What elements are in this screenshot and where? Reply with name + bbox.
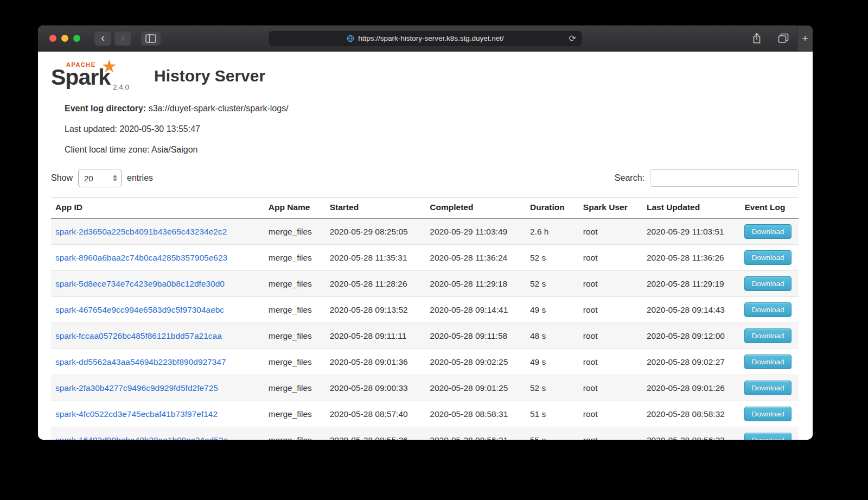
- started-cell: 2020-05-28 09:13:52: [326, 297, 426, 323]
- app-name-cell: merge_files: [264, 427, 326, 440]
- forward-button[interactable]: ›: [114, 31, 131, 46]
- started-cell: 2020-05-29 08:25:05: [326, 219, 426, 245]
- duration-cell: 51 s: [526, 401, 579, 427]
- entries-per-page-select[interactable]: 20: [78, 169, 122, 187]
- app-id-link[interactable]: spark-2fa30b4277c9496c9d929fd5fd2fe725: [55, 383, 218, 393]
- back-button[interactable]: ‹: [94, 31, 111, 46]
- column-header[interactable]: App Name: [264, 198, 326, 219]
- duration-cell: 52 s: [526, 375, 579, 401]
- app-id-cell: spark-5d8ece734e7c423e9ba0b8c12dfe30d0: [51, 271, 264, 297]
- completed-cell: 2020-05-28 08:56:21: [425, 427, 526, 440]
- app-id-link[interactable]: spark-8960a6baa2c74b0ca4285b357905e623: [55, 253, 227, 262]
- event-log-cell: Download: [740, 427, 799, 440]
- event-log-cell: Download: [740, 297, 799, 323]
- download-button[interactable]: Download: [744, 381, 791, 395]
- last-updated-line: Last updated: 2020-05-30 13:55:47: [65, 124, 799, 134]
- search-area: Search:: [615, 169, 799, 187]
- event-log-directory-line: Event log directory: s3a://duyet-spark-c…: [65, 104, 799, 113]
- duration-cell: 52 s: [526, 271, 579, 297]
- completed-cell: 2020-05-28 11:36:24: [425, 245, 526, 271]
- app-id-cell: spark-dd5562a43aa54694b223bf890d927347: [51, 349, 264, 375]
- app-id-link[interactable]: spark-2d3650a225cb4091b43e65c43234e2c2: [55, 227, 227, 236]
- close-window-button[interactable]: [49, 35, 56, 42]
- event-log-cell: Download: [740, 271, 799, 297]
- app-id-link[interactable]: spark-dd5562a43aa54694b223bf890d927347: [55, 357, 226, 366]
- spark-user-cell: root: [579, 427, 642, 440]
- last-updated-cell: 2020-05-29 11:03:51: [642, 219, 741, 245]
- tabs-icon: [778, 33, 789, 43]
- app-name-cell: merge_files: [264, 375, 326, 401]
- forward-icon: ›: [121, 31, 125, 43]
- event-log-cell: Download: [740, 245, 799, 271]
- spark-star-icon: ★: [101, 56, 117, 77]
- column-header[interactable]: Event Log: [740, 198, 799, 219]
- completed-cell: 2020-05-28 09:14:41: [425, 297, 526, 323]
- table-row: spark-467654e9cc994e6583d9c5f97304aebcme…: [51, 297, 799, 323]
- select-stepper-icon: [113, 175, 117, 181]
- column-header[interactable]: Duration: [526, 198, 579, 219]
- download-button[interactable]: Download: [744, 355, 791, 369]
- app-id-link[interactable]: spark-fccaa05726bc485f86121bdd57a21caa: [55, 331, 222, 340]
- last-updated-cell: 2020-05-28 11:36:26: [642, 245, 741, 271]
- url-bar[interactable]: https://spark-history-server.k8s.stg.duy…: [269, 31, 582, 46]
- event-log-directory-label: Event log directory:: [65, 104, 146, 113]
- app-table-header-row: App IDApp NameStartedCompletedDurationSp…: [51, 198, 799, 219]
- app-id-link[interactable]: spark-16493d99beba48b28ae1b09ec24ad52e: [55, 435, 228, 440]
- app-id-cell: spark-8960a6baa2c74b0ca4285b357905e623: [51, 245, 264, 271]
- column-header[interactable]: Last Updated: [642, 198, 741, 219]
- download-button[interactable]: Download: [744, 433, 791, 440]
- screen-background: ‹ › https://spark-history-server.k: [0, 0, 868, 500]
- search-input[interactable]: [650, 169, 799, 187]
- new-tab-button[interactable]: +: [797, 26, 813, 51]
- completed-cell: 2020-05-28 09:11:58: [425, 323, 526, 349]
- started-cell: 2020-05-28 08:57:40: [326, 401, 426, 427]
- page-header: APACHE Spark ★ 2.4.0 History Server: [51, 59, 799, 93]
- timezone-line: Client local time zone: Asia/Saigon: [65, 145, 799, 155]
- download-button[interactable]: Download: [744, 224, 791, 239]
- app-id-cell: spark-4fc0522cd3e745ecbaf41b73f97ef142: [51, 401, 264, 427]
- table-row: spark-4fc0522cd3e745ecbaf41b73f97ef142me…: [51, 401, 799, 427]
- event-log-cell: Download: [740, 219, 799, 245]
- download-button[interactable]: Download: [744, 250, 791, 265]
- started-cell: 2020-05-28 09:01:36: [326, 349, 426, 375]
- completed-cell: 2020-05-28 11:29:18: [425, 271, 526, 297]
- last-updated-cell: 2020-05-28 09:02:27: [642, 349, 741, 375]
- browser-window: ‹ › https://spark-history-server.k: [38, 26, 813, 440]
- table-row: spark-5d8ece734e7c423e9ba0b8c12dfe30d0me…: [51, 271, 799, 297]
- zoom-window-button[interactable]: [73, 35, 80, 42]
- column-header[interactable]: Started: [326, 198, 426, 219]
- share-button[interactable]: [752, 33, 762, 44]
- table-row: spark-16493d99beba48b28ae1b09ec24ad52eme…: [51, 427, 799, 440]
- download-button[interactable]: Download: [744, 276, 791, 291]
- table-controls: Show 20 entries Search:: [51, 169, 799, 187]
- sidebar-toggle-button[interactable]: [141, 31, 161, 46]
- app-id-link[interactable]: spark-5d8ece734e7c423e9ba0b8c12dfe30d0: [55, 279, 225, 288]
- completed-cell: 2020-05-29 11:03:49: [425, 219, 526, 245]
- column-header[interactable]: Spark User: [579, 198, 642, 219]
- started-cell: 2020-05-28 09:00:33: [326, 375, 426, 401]
- app-id-link[interactable]: spark-467654e9cc994e6583d9c5f97304aebc: [55, 305, 224, 314]
- duration-cell: 2.6 h: [526, 219, 579, 245]
- applications-table: App IDApp NameStartedCompletedDurationSp…: [51, 197, 799, 440]
- app-id-link[interactable]: spark-4fc0522cd3e745ecbaf41b73f97ef142: [55, 409, 218, 419]
- app-id-cell: spark-fccaa05726bc485f86121bdd57a21caa: [51, 323, 264, 349]
- started-cell: 2020-05-28 11:35:31: [326, 245, 426, 271]
- download-button[interactable]: Download: [744, 328, 791, 343]
- globe-icon: [347, 35, 354, 42]
- column-header[interactable]: Completed: [425, 198, 526, 219]
- app-name-cell: merge_files: [264, 323, 326, 349]
- app-id-cell: spark-2fa30b4277c9496c9d929fd5fd2fe725: [51, 375, 264, 401]
- download-button[interactable]: Download: [744, 407, 791, 421]
- tab-overview-button[interactable]: [778, 33, 789, 43]
- event-log-cell: Download: [740, 349, 799, 375]
- search-label: Search:: [615, 173, 644, 183]
- column-header[interactable]: App ID: [51, 198, 264, 219]
- table-row: spark-2d3650a225cb4091b43e65c43234e2c2me…: [51, 219, 799, 245]
- minimize-window-button[interactable]: [61, 35, 68, 42]
- table-row: spark-fccaa05726bc485f86121bdd57a21caame…: [51, 323, 799, 349]
- spark-user-cell: root: [579, 271, 642, 297]
- spark-user-cell: root: [579, 349, 642, 375]
- refresh-button[interactable]: ⟳: [569, 33, 576, 43]
- download-button[interactable]: Download: [744, 302, 791, 317]
- app-table-body: spark-2d3650a225cb4091b43e65c43234e2c2me…: [51, 219, 799, 440]
